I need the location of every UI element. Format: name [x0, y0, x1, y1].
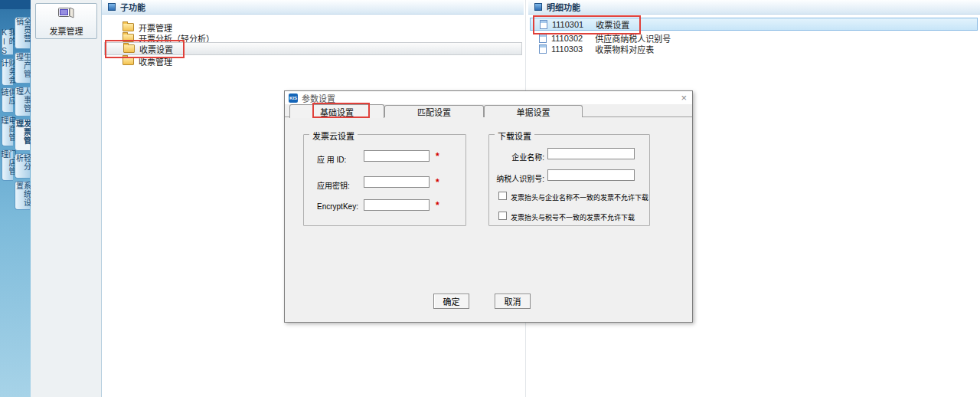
document-icon — [540, 20, 547, 29]
detail-function-header: 明细功能 — [528, 0, 980, 15]
sub-function-header: 子功能 — [102, 0, 524, 15]
folder-icon — [122, 34, 134, 42]
tree-item-receipt-mgmt[interactable]: 收票管理 — [122, 55, 172, 67]
group-invoice-cloud-settings: 发票云设置 应 用 ID: * 应用密钥: * EncryptKey: * — [303, 134, 466, 226]
checkbox-taxno-mismatch-label: 发票抬头与税号不一致的发票不允许下载 — [511, 212, 635, 222]
module-tab-system[interactable]: 系统设置 — [15, 181, 30, 210]
encrypt-key-label: EncryptKey: — [317, 202, 358, 211]
checkbox-name-mismatch-label: 发票抬头与企业名称不一致的发票不允许下载 — [511, 192, 648, 202]
required-mark: * — [436, 200, 439, 211]
document-icon — [539, 44, 547, 54]
app-id-input[interactable] — [364, 150, 430, 162]
panel-toggle-icon — [534, 3, 542, 11]
company-name-input[interactable] — [547, 148, 635, 159]
dialog-title-bar: KIS 参数设置 × — [285, 91, 692, 104]
taxpayer-id-input[interactable] — [547, 169, 635, 181]
panel-toggle-icon — [108, 3, 116, 11]
module-tab-store[interactable]: 门店管理 — [2, 149, 13, 181]
tree-item-receipt-settings-selected[interactable]: 收票设置 — [104, 42, 522, 55]
invoice-management-label: 发票管理 — [50, 25, 83, 37]
checkbox-taxno-mismatch[interactable] — [498, 212, 507, 220]
group-download-settings: 下载设置 企业名称: 纳税人识别号: 发票抬头与企业名称不一致的发票不允许下载 … — [488, 134, 650, 226]
application-window: 我的KIS 财务会计 供应链 电商管理 门店管理 全员营销 生产管理 人事管理 … — [0, 0, 980, 397]
required-mark: * — [436, 177, 439, 188]
folder-open-icon — [123, 44, 135, 53]
module-tab-finance[interactable]: 财务会计 — [2, 58, 13, 86]
detail-item-code: 1110301 — [552, 20, 583, 29]
module-tab-marketing[interactable]: 全员营销 — [15, 17, 30, 49]
module-tab-production[interactable]: 生产管理 — [15, 52, 30, 84]
detail-item-label: 收票设置 — [596, 18, 629, 31]
dialog-tab-strip: 基础设置 匹配设置 单据设置 — [285, 104, 692, 117]
app-secret-input[interactable] — [364, 176, 430, 188]
parameter-settings-dialog: KIS 参数设置 × 基础设置 匹配设置 单据设置 发票云设置 应 用 ID: … — [284, 90, 693, 323]
module-tab-analytics[interactable]: 轻分析 — [15, 153, 30, 179]
module-tab-supply-chain[interactable]: 供应链 — [2, 87, 13, 113]
module-shortcut-panel: 发票管理 — [31, 0, 102, 397]
invoice-management-shortcut-button[interactable]: 发票管理 — [35, 3, 97, 39]
tab-basic-settings[interactable]: 基础设置 — [289, 104, 384, 118]
detail-item-code: 1110303 — [551, 44, 583, 54]
detail-item-receipt-settings-selected[interactable]: 1110301 收票设置 — [530, 18, 978, 31]
module-tab-hr[interactable]: 人事管理 — [15, 87, 30, 116]
group-invoice-cloud-title: 发票云设置 — [309, 130, 358, 142]
module-tab-ecommerce[interactable]: 电商管理 — [2, 116, 13, 146]
detail-function-title: 明细功能 — [547, 1, 580, 13]
tab-document-settings[interactable]: 单据设置 — [484, 105, 583, 117]
module-tab-bar: 我的KIS 财务会计 供应链 电商管理 门店管理 全员营销 生产管理 人事管理 … — [0, 0, 31, 397]
app-id-label: 应 用 ID: — [317, 153, 346, 165]
dialog-title: 参数设置 — [302, 92, 335, 104]
detail-item-label: 收票物料对应表 — [595, 43, 654, 55]
folder-icon — [122, 57, 134, 65]
sub-function-title: 子功能 — [120, 1, 145, 13]
document-icon — [539, 34, 547, 43]
detail-item-code: 1110302 — [551, 34, 583, 43]
kis-app-icon: KIS — [289, 94, 298, 103]
invoice-management-icon — [57, 6, 76, 22]
tab-matching-settings[interactable]: 匹配设置 — [384, 105, 484, 117]
group-download-title: 下载设置 — [495, 130, 534, 142]
sidebar-top-cap — [0, 0, 31, 9]
module-tab-my-kis[interactable]: 我的KIS — [2, 29, 13, 55]
close-icon[interactable]: × — [681, 93, 687, 103]
checkbox-name-mismatch[interactable] — [498, 192, 507, 200]
detail-item-material-mapping[interactable]: 1110303 收票物料对应表 — [539, 43, 654, 54]
company-name-label: 企业名称: — [491, 151, 544, 162]
tree-item-label: 收票管理 — [139, 55, 172, 67]
app-secret-label: 应用密钥: — [317, 179, 350, 191]
module-tab-invoice[interactable]: 发票管理 — [15, 119, 30, 151]
encrypt-key-input[interactable] — [364, 199, 430, 211]
folder-icon — [122, 23, 134, 31]
ok-button[interactable]: 确定 — [433, 294, 469, 309]
tree-item-label: 收票设置 — [139, 43, 173, 55]
cancel-button[interactable]: 取消 — [495, 294, 531, 309]
required-mark: * — [436, 151, 439, 162]
taxpayer-id-label: 纳税人识别号: — [491, 172, 544, 184]
